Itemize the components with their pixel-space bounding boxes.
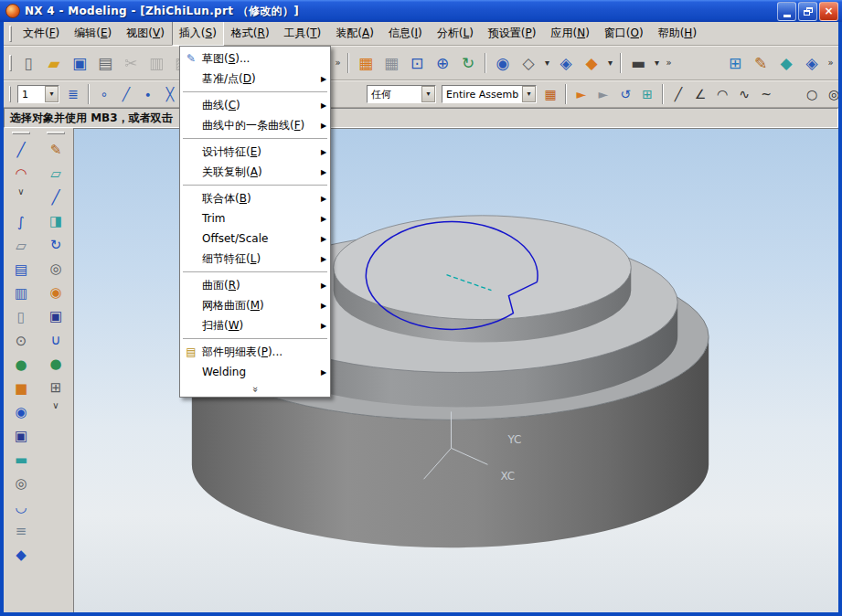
instance-array-icon[interactable]: ⊞ bbox=[44, 376, 68, 399]
insert-menu-item[interactable]: Trim▶ bbox=[180, 208, 330, 228]
menubar-item[interactable]: 预设置(P) bbox=[481, 21, 544, 46]
layer-category-icon[interactable]: ≣ bbox=[62, 83, 84, 105]
insert-menu-item[interactable]: 曲线中的一条曲线(F)▶ bbox=[180, 115, 330, 135]
toolbar-grip[interactable] bbox=[9, 26, 12, 42]
magnify-region-icon[interactable]: ⊡ bbox=[404, 50, 430, 76]
pocket-icon[interactable]: ▣ bbox=[44, 304, 68, 328]
arc-icon[interactable]: ◠ bbox=[9, 162, 33, 186]
isometric-view-icon[interactable]: ◈ bbox=[553, 50, 579, 76]
line-icon[interactable]: ╱ bbox=[9, 138, 33, 162]
dropdown-arrow-icon[interactable]: ▾ bbox=[421, 86, 435, 102]
insert-menu-item[interactable]: 设计特征(E)▶ bbox=[180, 142, 330, 162]
insert-menu-item[interactable]: 细节特征(L)▶ bbox=[180, 249, 330, 269]
insert-menu-item[interactable]: 基准/点(D)▶ bbox=[180, 69, 330, 89]
selection-filter-combo[interactable]: 任何 ▾ bbox=[367, 85, 436, 103]
menubar-item[interactable]: 帮助(H) bbox=[651, 21, 704, 46]
revolve-icon[interactable]: ↻ bbox=[44, 233, 68, 257]
snap-mid-point-icon[interactable]: ∙ bbox=[137, 83, 159, 105]
snap-intersection-icon[interactable]: ╳ bbox=[159, 83, 181, 105]
dropdown-arrow-icon[interactable]: ▾ bbox=[45, 86, 59, 102]
fit-view-icon[interactable]: ▦ bbox=[353, 50, 378, 76]
insert-menu-item[interactable]: 扫描(W)▶ bbox=[180, 315, 330, 335]
hole-icon[interactable]: ◎ bbox=[9, 472, 33, 495]
menubar-item[interactable]: 插入(S) bbox=[172, 21, 224, 46]
menubar-item[interactable]: 编辑(E) bbox=[67, 21, 119, 46]
menubar-item[interactable]: 视图(V) bbox=[119, 21, 172, 46]
close-button[interactable]: × bbox=[819, 2, 838, 21]
menubar-item[interactable]: 应用(N) bbox=[543, 21, 596, 46]
polyline-tool-icon[interactable]: ∠ bbox=[689, 83, 711, 105]
copy-icon[interactable]: ▥ bbox=[144, 50, 169, 76]
insert-menu-item[interactable]: 曲面(R)▶ bbox=[180, 275, 330, 295]
spline-tool-icon[interactable]: ~ bbox=[755, 83, 777, 105]
menu-expand-chevron-icon[interactable]: » bbox=[180, 382, 330, 395]
shaded-display-icon[interactable]: ◉ bbox=[490, 50, 516, 76]
undo-icon[interactable]: ↺ bbox=[614, 83, 636, 105]
sheet-icon[interactable]: ▯ bbox=[9, 305, 33, 329]
save-icon[interactable]: ▣ bbox=[67, 50, 92, 76]
datum-plane-icon[interactable]: ▱ bbox=[44, 162, 68, 186]
insert-menu-item[interactable]: 关联复制(A)▶ bbox=[180, 162, 330, 182]
selection-scope-combo[interactable]: Entire Assemb ▾ bbox=[442, 85, 537, 103]
more-tools-chevron-icon[interactable]: ∨ bbox=[9, 186, 33, 197]
pad-icon[interactable]: ▬ bbox=[9, 448, 33, 472]
color-filter-icon[interactable]: ▦ bbox=[539, 83, 561, 105]
snap-end-point-icon[interactable]: ╱ bbox=[115, 83, 137, 105]
open-book-icon[interactable]: ▤ bbox=[9, 258, 33, 281]
toolbar-overflow3-icon[interactable]: » bbox=[825, 50, 837, 76]
insert-menu-item[interactable]: Offset/Scale▶ bbox=[180, 228, 330, 249]
sketch-icon[interactable]: ✎ bbox=[44, 138, 68, 162]
model-top-cylinder[interactable] bbox=[334, 216, 632, 343]
unite-icon[interactable]: ∪ bbox=[44, 328, 68, 352]
dropdown-arrow-icon[interactable]: ▾ bbox=[522, 86, 536, 102]
tool-palette-icon[interactable]: ✎ bbox=[748, 50, 773, 76]
assembly-cube-icon[interactable]: ◈ bbox=[799, 50, 825, 76]
menubar-item[interactable]: 工具(T) bbox=[277, 21, 329, 46]
arc-tool-icon[interactable]: ◠ bbox=[711, 83, 733, 105]
studio-spline-icon[interactable]: ∫ bbox=[9, 210, 33, 234]
datum-axis-icon[interactable]: ╱ bbox=[44, 186, 68, 209]
display-mode-caret-icon[interactable]: ▾ bbox=[541, 50, 553, 76]
toolbar-grip[interactable] bbox=[12, 132, 30, 134]
model-navigator-icon[interactable]: ◆ bbox=[773, 50, 799, 76]
menubar-item[interactable]: 分析(L) bbox=[430, 21, 481, 46]
ellipse-tool-icon[interactable]: ◎ bbox=[823, 83, 838, 105]
sphere-icon[interactable]: ● bbox=[44, 352, 68, 376]
menubar-item[interactable]: 窗口(O) bbox=[597, 21, 651, 46]
menubar-item[interactable]: 格式(R) bbox=[224, 21, 277, 46]
insert-menu-item[interactable]: ▤部件明细表(P)... bbox=[180, 342, 330, 362]
thread-icon[interactable]: ≡ bbox=[9, 519, 33, 543]
interpart-link-icon[interactable]: ⊞ bbox=[636, 83, 658, 105]
pocket-icon[interactable]: ▣ bbox=[9, 424, 33, 448]
menubar-item[interactable]: 信息(I) bbox=[381, 21, 430, 46]
restore-button[interactable] bbox=[798, 2, 817, 21]
boss-icon[interactable]: ◉ bbox=[9, 400, 33, 424]
new-file-icon[interactable]: ▯ bbox=[16, 50, 41, 76]
toolbar-overflow-icon[interactable]: » bbox=[332, 50, 344, 76]
trimetric-view-icon[interactable]: ◆ bbox=[579, 50, 604, 76]
toolbar-grip[interactable] bbox=[47, 132, 65, 134]
print-icon[interactable]: ▤ bbox=[92, 50, 118, 76]
toolbar-grip[interactable] bbox=[9, 86, 11, 102]
rotate-view-icon[interactable]: ↻ bbox=[455, 50, 481, 76]
line-width-icon[interactable]: ▬ bbox=[625, 50, 651, 76]
snap-point-icon[interactable]: ∘ bbox=[93, 83, 115, 105]
insert-menu-item[interactable]: 联合体(B)▶ bbox=[180, 188, 330, 208]
insert-menu-item[interactable]: 曲线(C)▶ bbox=[180, 95, 330, 115]
hole-icon[interactable]: ◎ bbox=[44, 257, 68, 281]
insert-menu-item[interactable]: ✎草图(S)... bbox=[180, 48, 330, 69]
menubar-item[interactable]: 装配(A) bbox=[328, 21, 381, 46]
layer-combo[interactable]: 1 ▾ bbox=[17, 85, 59, 103]
toolbar-overflow2-icon[interactable]: » bbox=[663, 50, 675, 76]
line-tool-icon[interactable]: ╱ bbox=[667, 83, 689, 105]
groove-icon[interactable]: ◡ bbox=[9, 495, 33, 519]
cut-icon[interactable]: ✂ bbox=[118, 50, 144, 76]
select-all-icon[interactable]: ► bbox=[570, 83, 592, 105]
line-width-caret-icon[interactable]: ▾ bbox=[651, 50, 663, 76]
block-icon[interactable]: ■ bbox=[9, 377, 33, 400]
insert-menu-item[interactable]: 网格曲面(M)▶ bbox=[180, 295, 330, 315]
menubar-item[interactable]: 文件(F) bbox=[16, 21, 67, 46]
toolbar-grip[interactable] bbox=[9, 55, 12, 71]
feature-icon[interactable]: ◆ bbox=[9, 543, 33, 567]
bound-book-icon[interactable]: ▥ bbox=[9, 281, 33, 305]
